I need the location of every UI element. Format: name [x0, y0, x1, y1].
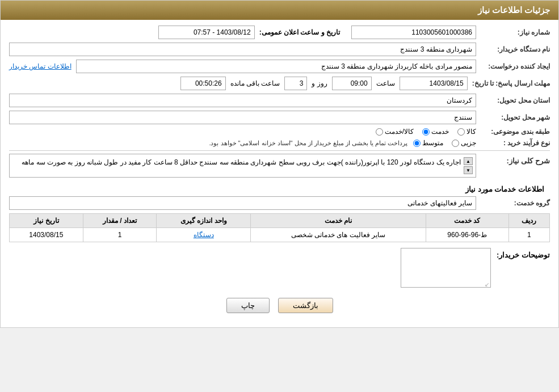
radio-motavasset[interactable]: متوسط — [413, 139, 443, 147]
action-buttons: بازگشت چاپ — [9, 298, 550, 313]
need-number-input[interactable] — [351, 26, 476, 39]
deadline-time-input[interactable] — [332, 77, 372, 90]
notes-container: ↙ — [9, 248, 491, 289]
table-header-row: ردیف کد خدمت نام خدمت واحد اندازه گیری ت… — [10, 214, 550, 228]
purchase-type-field: جزیی متوسط پرداخت تمام یا بخشی از مبلغ خ… — [9, 139, 476, 147]
radio-khedmat-label: خدمت — [431, 128, 449, 136]
purchase-radio-group: جزیی متوسط — [413, 139, 476, 147]
radio-jozi[interactable]: جزیی — [452, 139, 476, 147]
service-group-input[interactable] — [9, 196, 476, 210]
row-deadline: مهلت ارسال پاسخ: تا تاریخ: ساعت روز و سا… — [9, 77, 550, 90]
announce-row: تاریخ و ساعت اعلان عمومی: — [9, 26, 351, 39]
row-need-desc: شرح کلی نیاز: ▲ ▼ اجاره یک دستگاه لودر 1… — [9, 154, 550, 178]
deadline-row-inner: ساعت روز و ساعت باقی مانده — [9, 77, 468, 90]
radio-jozi-label: جزیی — [461, 139, 476, 147]
radio-jozi-input[interactable] — [452, 140, 459, 147]
city-input[interactable] — [9, 111, 476, 124]
purchase-type-label: نوع فرآیند خرید : — [476, 139, 550, 147]
province-field — [9, 94, 476, 107]
province-label: استان محل تحویل: — [476, 96, 550, 104]
services-section-title: اطلاعات خدمات مورد نیاز — [9, 182, 550, 196]
col-qty: تعداد / مقدار — [83, 214, 157, 228]
buyer-name-label: نام دستگاه خریدار: — [476, 45, 550, 53]
service-group-label: گروه خدمت: — [476, 199, 550, 207]
cell-name: سایر فعالیت های خدماتی شخصی — [251, 228, 426, 242]
content-area: شماره نیاز: تاریخ و ساعت اعلان عمومی: نا… — [1, 20, 558, 327]
announce-input[interactable] — [158, 26, 255, 39]
need-number-label: شماره نیاز: — [476, 28, 550, 36]
need-number-field — [351, 26, 476, 39]
services-table: ردیف کد خدمت نام خدمت واحد اندازه گیری ت… — [9, 213, 550, 242]
col-code: کد خدمت — [426, 214, 508, 228]
col-row: ردیف — [508, 214, 549, 228]
row-purchase-type: نوع فرآیند خرید : جزیی متوسط پرداخت تمام… — [9, 139, 550, 147]
creator-field: اطلاعات تماس خریدار — [9, 60, 476, 73]
row-city: شهر محل تحویل: — [9, 111, 550, 124]
col-date: تاریخ نیاز — [10, 214, 83, 228]
row-buyer-name: نام دستگاه خریدار: — [9, 43, 550, 56]
radio-khedmat[interactable]: خدمت — [422, 128, 449, 136]
deadline-date-input[interactable] — [400, 77, 468, 90]
row-need-number: شماره نیاز: تاریخ و ساعت اعلان عمومی: — [9, 26, 550, 39]
row-province: استان محل تحویل: — [9, 94, 550, 107]
city-label: شهر محل تحویل: — [476, 113, 550, 121]
announce-label: تاریخ و ساعت اعلان عمومی: — [259, 28, 340, 36]
col-unit: واحد اندازه گیری — [157, 214, 251, 228]
buyer-notes-textarea[interactable] — [401, 248, 491, 288]
buyer-name-input[interactable] — [9, 43, 476, 56]
back-button[interactable]: بازگشت — [278, 298, 333, 313]
deadline-label: مهلت ارسال پاسخ: تا تاریخ: — [468, 79, 550, 87]
buyer-notes-label: توضیحات خریدار: — [491, 248, 550, 259]
page-header: جزئیات اطلاعات نیاز — [1, 1, 558, 20]
cell-unit[interactable]: دستگاه — [157, 228, 251, 242]
radio-kala-khedmat-label: کالا/خدمت — [385, 128, 414, 136]
radio-kala-khedmat-input[interactable] — [376, 128, 383, 136]
scroll-down-btn[interactable]: ▼ — [464, 166, 473, 174]
cell-code: ط-96-96-960 — [426, 228, 508, 242]
contact-link[interactable]: اطلاعات تماس خریدار — [9, 62, 72, 70]
print-button[interactable]: چاپ — [226, 298, 270, 313]
table-head: ردیف کد خدمت نام خدمت واحد اندازه گیری ت… — [10, 214, 550, 228]
cell-qty: 1 — [83, 228, 157, 242]
buyer-name-field — [9, 43, 476, 56]
purchase-type-row: جزیی متوسط پرداخت تمام یا بخشی از مبلغ خ… — [9, 139, 476, 147]
scroll-up-btn[interactable]: ▲ — [464, 157, 473, 165]
buyer-notes-section: توضیحات خریدار: ↙ — [9, 248, 550, 289]
cell-date: 1403/08/15 — [10, 228, 83, 242]
resize-handle: ↙ — [485, 281, 489, 288]
deadline-remaining-input[interactable] — [180, 77, 226, 90]
purchase-note: پرداخت تمام یا بخشی از مبلغ خریدار از مح… — [209, 140, 407, 147]
province-input[interactable] — [9, 94, 476, 107]
radio-kala-label: کالا — [466, 128, 476, 136]
category-label: طبقه بندی موضوعی: — [476, 128, 550, 136]
page-title: جزئیات اطلاعات نیاز — [478, 5, 550, 15]
cell-row: 1 — [508, 228, 549, 242]
radio-kala[interactable]: کالا — [457, 128, 476, 136]
row-creator: ایجاد کننده درخواست: اطلاعات تماس خریدار — [9, 60, 550, 73]
need-desc-field: ▲ ▼ اجاره یک دستگاه لودر 120 با اپرتور(ر… — [9, 154, 476, 178]
scroll-arrows: ▲ ▼ — [464, 157, 473, 174]
table-row: 1 ط-96-96-960 سایر فعالیت های خدماتی شخص… — [10, 228, 550, 242]
deadline-days-input[interactable] — [284, 77, 307, 90]
deadline-time-label: ساعت — [376, 79, 395, 87]
need-desc-text: اجاره یک دستگاه لودر 120 با اپرتور(رانند… — [12, 157, 461, 168]
city-field — [9, 111, 476, 124]
category-field: کالا خدمت کالا/خدمت — [9, 128, 476, 136]
deadline-remaining-label: ساعت باقی مانده — [230, 79, 280, 87]
creator-label: ایجاد کننده درخواست: — [476, 62, 550, 70]
divider-1 — [9, 150, 550, 151]
desc-box: ▲ ▼ اجاره یک دستگاه لودر 120 با اپرتور(ر… — [9, 154, 476, 178]
category-radio-group: کالا خدمت کالا/خدمت — [9, 128, 476, 136]
need-desc-label: شرح کلی نیاز: — [476, 154, 550, 165]
table-body: 1 ط-96-96-960 سایر فعالیت های خدماتی شخص… — [10, 228, 550, 242]
deadline-fields: ساعت روز و ساعت باقی مانده — [9, 77, 468, 90]
col-name: نام خدمت — [251, 214, 426, 228]
page-wrapper: جزئیات اطلاعات نیاز شماره نیاز: تاریخ و … — [0, 0, 559, 328]
radio-kala-input[interactable] — [457, 128, 465, 136]
creator-input[interactable] — [76, 60, 476, 73]
radio-khedmat-input[interactable] — [422, 128, 430, 136]
radio-kala-khedmat[interactable]: کالا/خدمت — [376, 128, 414, 136]
row-category: طبقه بندی موضوعی: کالا خدمت کالا/خدمت — [9, 128, 550, 136]
service-group-field — [9, 196, 476, 210]
radio-motavasset-input[interactable] — [413, 140, 421, 147]
